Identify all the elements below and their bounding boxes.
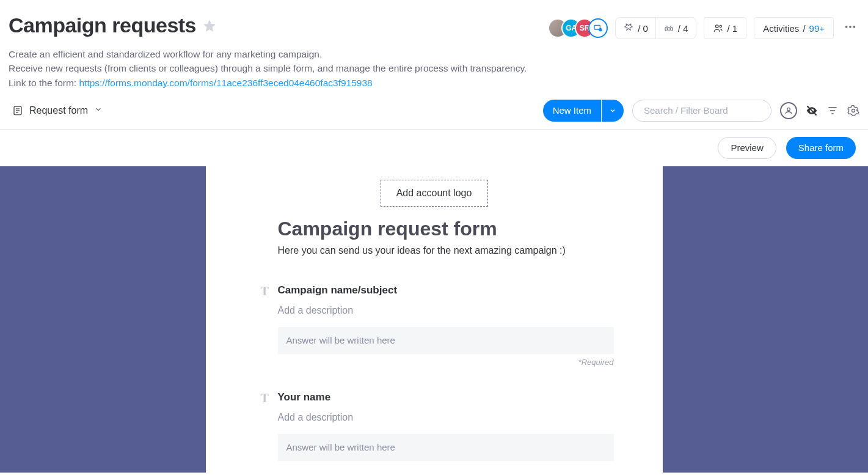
person-filter-icon[interactable]	[780, 102, 797, 119]
question-description[interactable]: Add a description	[278, 412, 614, 423]
settings-icon[interactable]	[847, 105, 859, 117]
svg-point-2	[600, 29, 600, 30]
view-label: Request form	[29, 105, 88, 116]
integrations-count: / 4	[678, 23, 688, 34]
new-item-dropdown[interactable]	[602, 100, 624, 122]
board-members-avatars[interactable]: GA SR	[548, 18, 608, 38]
required-indicator: *Required	[278, 358, 614, 367]
board-header: Campaign requests GA SR / 0 / 4	[0, 0, 868, 90]
members-count: / 1	[728, 23, 738, 34]
view-switcher[interactable]: Request form	[9, 103, 106, 119]
more-options-icon[interactable]	[841, 18, 859, 39]
answer-placeholder: Answer will be written here	[278, 327, 614, 354]
svg-point-5	[669, 29, 671, 30]
automations-count: / 0	[638, 23, 648, 34]
svg-point-4	[667, 29, 668, 30]
question-description[interactable]: Add a description	[278, 305, 614, 316]
svg-point-6	[715, 25, 718, 28]
svg-point-9	[849, 26, 852, 28]
form-question[interactable]: T Campaign name/subject Add a descriptio…	[230, 284, 638, 367]
integrations-button[interactable]: / 4	[655, 17, 696, 39]
activities-button[interactable]: Activities / 99+	[754, 17, 834, 39]
form-title[interactable]: Campaign request form	[230, 218, 638, 240]
board-description[interactable]: Create an efficient and standardized wor…	[9, 47, 856, 90]
share-form-button[interactable]: Share form	[786, 137, 856, 159]
form-subtitle[interactable]: Here you can send us your ideas for the …	[230, 245, 638, 256]
members-button[interactable]: / 1	[704, 17, 747, 39]
preview-button[interactable]: Preview	[718, 137, 776, 159]
automations-button[interactable]: / 0	[615, 17, 655, 39]
text-type-icon: T	[261, 391, 269, 405]
form-question[interactable]: T Your name Add a description Answer wil…	[230, 391, 638, 461]
hidden-columns-icon[interactable]	[806, 105, 818, 117]
favorite-star-icon[interactable]	[202, 18, 217, 33]
page-title[interactable]: Campaign requests	[9, 13, 196, 37]
view-only-avatar-icon[interactable]	[588, 18, 608, 38]
question-label[interactable]: Campaign name/subject	[278, 284, 614, 296]
text-type-icon: T	[261, 284, 269, 298]
board-toolbar: Request form New Item	[0, 90, 868, 130]
svg-point-8	[845, 26, 848, 28]
svg-rect-3	[665, 28, 673, 31]
question-label[interactable]: Your name	[278, 391, 614, 403]
form-card: Add account logo Campaign request form H…	[206, 166, 663, 473]
answer-placeholder: Answer will be written here	[278, 434, 614, 461]
form-link[interactable]: https://forms.monday.com/forms/11ace236f…	[79, 78, 372, 88]
sort-filter-icon[interactable]	[826, 105, 839, 117]
svg-point-20	[852, 109, 855, 112]
chevron-down-icon	[94, 105, 103, 116]
search-input[interactable]	[643, 105, 761, 116]
svg-point-10	[853, 26, 856, 28]
form-canvas: Add account logo Campaign request form H…	[0, 166, 868, 473]
search-input-wrapper[interactable]	[632, 100, 771, 122]
svg-point-15	[787, 108, 790, 111]
form-actions-bar: Preview Share form	[0, 130, 868, 166]
form-view-icon	[12, 105, 23, 116]
add-logo-button[interactable]: Add account logo	[381, 180, 488, 207]
new-item-button[interactable]: New Item	[543, 100, 624, 122]
svg-point-7	[720, 25, 721, 27]
